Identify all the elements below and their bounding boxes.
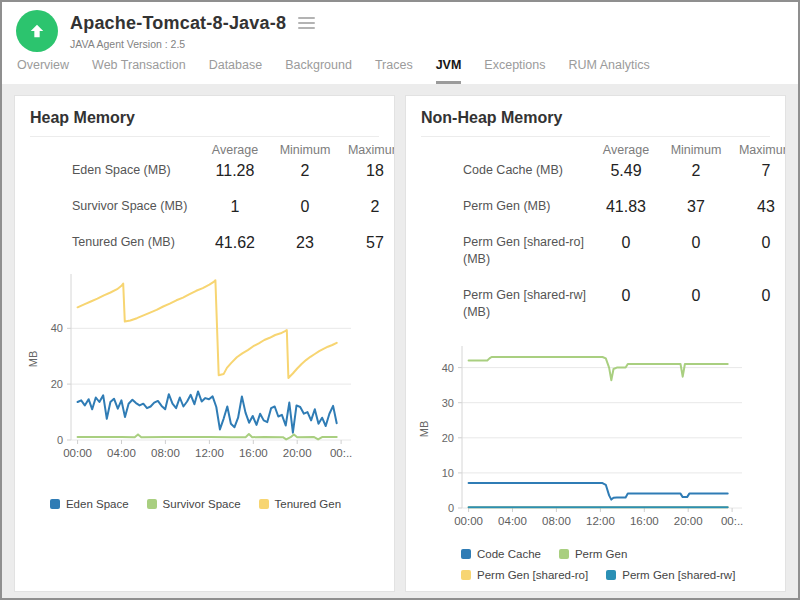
- x-tick-label: 16:00: [239, 447, 268, 459]
- x-tick-label: 20:00: [283, 447, 312, 459]
- column-header: Maximum: [340, 143, 395, 157]
- heap-chart: 0204000:0004:0008:0012:0016:0020:0000:..…: [21, 270, 394, 474]
- metric-minimum: 0: [661, 287, 731, 304]
- panel-non-heap-memory: Non-Heap Memory AverageMinimumMaximumCod…: [405, 95, 786, 592]
- x-tick-label: 00:..: [330, 447, 352, 459]
- tab-rum-analytics[interactable]: RUM Analytics: [569, 58, 650, 84]
- legend-swatch: [50, 499, 60, 509]
- tab-background[interactable]: Background: [285, 58, 352, 84]
- heap-metrics-table: AverageMinimumMaximumEden Space (MB)11.2…: [15, 143, 394, 251]
- metric-average: 0: [591, 234, 661, 251]
- table-row: Perm Gen [shared-ro] (MB)000: [406, 234, 785, 268]
- legend-item[interactable]: Perm Gen [shared-rw]: [606, 569, 735, 581]
- table-row: Tenured Gen (MB)41.622357: [15, 234, 394, 251]
- y-tick-label: 40: [51, 322, 63, 334]
- metric-maximum: 57: [340, 234, 395, 251]
- series-code-cache: [469, 483, 728, 500]
- legend-swatch: [461, 570, 471, 580]
- metric-label: Perm Gen [shared-rw] (MB): [421, 287, 591, 321]
- metric-maximum: 2: [340, 198, 395, 215]
- panel-divider: [30, 136, 379, 137]
- legend-label: Eden Space: [66, 498, 129, 510]
- app-window: Apache-Tomcat-8-Java-8 JAVA Agent Versio…: [0, 0, 800, 600]
- table-row: Perm Gen [shared-rw] (MB)000: [406, 287, 785, 321]
- panel-title: Non-Heap Memory: [421, 109, 770, 127]
- series-eden-space: [78, 391, 337, 432]
- y-tick-label: 30: [442, 397, 454, 409]
- metric-minimum: 0: [661, 234, 731, 251]
- legend-swatch: [259, 499, 269, 509]
- tab-overview[interactable]: Overview: [17, 58, 69, 84]
- tab-traces[interactable]: Traces: [375, 58, 413, 84]
- panel-heap-memory: Heap Memory AverageMinimumMaximumEden Sp…: [14, 95, 395, 592]
- up-arrow-icon: [27, 21, 47, 41]
- tab-exceptions[interactable]: Exceptions: [484, 58, 545, 84]
- series-survivor-space: [78, 434, 337, 439]
- y-axis-label: MB: [418, 421, 430, 438]
- table-header-row: AverageMinimumMaximum: [15, 143, 394, 157]
- metric-minimum: 23: [270, 234, 340, 251]
- tab-jvm[interactable]: JVM: [436, 58, 462, 84]
- y-tick-label: 10: [442, 467, 454, 479]
- column-header: Minimum: [661, 143, 731, 157]
- series-perm-gen: [469, 357, 728, 380]
- metric-maximum: 0: [731, 287, 786, 304]
- metric-minimum: 0: [270, 198, 340, 215]
- heap-memory-line-chart: 0204000:0004:0008:0012:0016:0020:0000:..…: [21, 270, 361, 470]
- legend-item[interactable]: Code Cache: [461, 548, 541, 560]
- legend-label: Survivor Space: [163, 498, 241, 510]
- metric-average: 41.62: [200, 234, 270, 251]
- metric-label: Survivor Space (MB): [30, 198, 200, 215]
- y-tick-label: 0: [448, 502, 454, 514]
- legend-label: Code Cache: [477, 548, 541, 560]
- x-tick-label: 12:00: [195, 447, 224, 459]
- x-tick-label: 00:00: [63, 447, 92, 459]
- metric-minimum: 2: [270, 162, 340, 179]
- legend-swatch: [559, 549, 569, 559]
- metric-maximum: 7: [731, 162, 786, 179]
- metric-average: 41.83: [591, 198, 661, 215]
- metric-minimum: 37: [661, 198, 731, 215]
- table-row: Code Cache (MB)5.4927: [406, 162, 785, 179]
- x-tick-label: 08:00: [151, 447, 180, 459]
- metric-label: Code Cache (MB): [421, 162, 591, 179]
- legend-item[interactable]: Perm Gen [shared-ro]: [461, 569, 588, 581]
- column-header: Maximum: [731, 143, 786, 157]
- metric-maximum: 0: [731, 234, 786, 251]
- non-heap-chart-legend: Code CachePerm GenPerm Gen [shared-ro]Pe…: [461, 548, 761, 590]
- x-tick-label: 00:..: [721, 515, 743, 527]
- non-heap-metrics-table: AverageMinimumMaximumCode Cache (MB)5.49…: [406, 143, 785, 321]
- series-tenured-gen: [78, 280, 337, 378]
- metric-label: Perm Gen [shared-ro] (MB): [421, 234, 591, 268]
- x-tick-label: 16:00: [630, 515, 659, 527]
- metric-label: Eden Space (MB): [30, 162, 200, 179]
- agent-version-label: JAVA Agent Version : 2.5: [70, 38, 315, 50]
- table-row: Eden Space (MB)11.28218: [15, 162, 394, 179]
- panel-title: Heap Memory: [30, 109, 379, 127]
- metric-label: Perm Gen (MB): [421, 198, 591, 215]
- tab-database[interactable]: Database: [209, 58, 263, 84]
- title-block: Apache-Tomcat-8-Java-8 JAVA Agent Versio…: [70, 10, 315, 50]
- table-row: Survivor Space (MB)102: [15, 198, 394, 215]
- metric-average: 0: [591, 287, 661, 304]
- legend-label: Perm Gen [shared-rw]: [622, 569, 735, 581]
- x-tick-label: 08:00: [542, 515, 571, 527]
- legend-item[interactable]: Tenured Gen: [259, 498, 342, 510]
- column-header: Average: [591, 143, 661, 157]
- legend-swatch: [147, 499, 157, 509]
- monitor-status-badge: [16, 10, 58, 52]
- content-area: Heap Memory AverageMinimumMaximumEden Sp…: [2, 84, 798, 600]
- legend-item[interactable]: Perm Gen: [559, 548, 627, 560]
- non-heap-chart: 01020304000:0004:0008:0012:0016:0020:000…: [412, 340, 785, 540]
- non-heap-memory-line-chart: 01020304000:0004:0008:0012:0016:0020:000…: [412, 340, 752, 536]
- legend-item[interactable]: Survivor Space: [147, 498, 241, 510]
- legend-item[interactable]: Eden Space: [50, 498, 129, 510]
- tab-web-transaction[interactable]: Web Transaction: [92, 58, 186, 84]
- heap-chart-legend: Eden SpaceSurvivor SpaceTenured Gen: [15, 498, 394, 519]
- x-tick-label: 12:00: [586, 515, 615, 527]
- y-tick-label: 20: [51, 378, 63, 390]
- hamburger-menu-icon[interactable]: [298, 12, 315, 34]
- monitor-title: Apache-Tomcat-8-Java-8: [70, 13, 286, 34]
- metric-maximum: 18: [340, 162, 395, 179]
- metric-minimum: 2: [661, 162, 731, 179]
